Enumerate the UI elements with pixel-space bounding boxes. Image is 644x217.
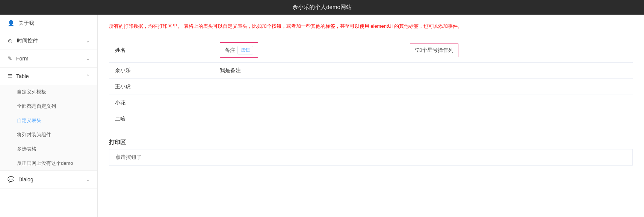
print-title: 打印区 — [109, 135, 633, 149]
sidebar-sub-item-multi-select[interactable]: 多选表格 — [0, 142, 97, 156]
time-icon: ⏲ — [8, 38, 13, 44]
form-chevron-icon: ⌄ — [86, 56, 90, 61]
sidebar-item-about-label: 关于我 — [18, 20, 90, 27]
time-chevron-icon: ⌄ — [86, 38, 90, 44]
cell-xing — [404, 63, 633, 79]
sidebar-item-form-label: Form — [16, 56, 86, 62]
page-header: 余小乐的个人demo网站 — [0, 0, 644, 15]
about-icon: 👤 — [8, 20, 15, 27]
sidebar-item-form[interactable]: ✎ Form ⌄ — [0, 50, 97, 67]
cell-beizhu — [214, 79, 404, 95]
cell-name: 小花 — [109, 95, 214, 111]
table-submenu: 自定义列模板 全部都是自定义列 自定义表头 将列封装为组件 多选表格 反正官网上… — [0, 85, 97, 170]
table-row: 小花 — [109, 95, 633, 111]
print-content: 点击按钮了 — [109, 149, 633, 166]
custom-header-table: 姓名 备注 按钮 *加个星号操作列 余小乐我 — [109, 38, 633, 127]
table-chevron-icon: ⌃ — [86, 74, 90, 79]
cell-xing — [404, 111, 633, 127]
dialog-chevron-icon: ⌄ — [86, 177, 90, 182]
dialog-icon: 💬 — [8, 176, 15, 183]
sidebar-sub-item-no-demo[interactable]: 反正官网上没有这个demo — [0, 156, 97, 170]
sidebar-item-dialog[interactable]: 💬 Dialog ⌄ — [0, 171, 97, 188]
col-header-xing: *加个星号操作列 — [404, 38, 633, 63]
xing-header-wrap: *加个星号操作列 — [410, 44, 458, 57]
table-row: 余小乐我是备注 — [109, 63, 633, 79]
cell-xing — [404, 79, 633, 95]
cell-name: 余小乐 — [109, 63, 214, 79]
col-header-name: 姓名 — [109, 38, 214, 63]
sidebar-item-about[interactable]: 👤 关于我 — [0, 15, 97, 32]
sidebar-item-table-label: Table — [16, 73, 86, 79]
sidebar: 👤 关于我 ⏲ 时间控件 ⌄ ✎ Form ⌄ ☰ Table — [0, 15, 98, 217]
cell-name: 二哈 — [109, 111, 214, 127]
sidebar-sub-item-custom-col-template[interactable]: 自定义列模板 — [0, 85, 97, 99]
sidebar-sub-item-col-as-component[interactable]: 将列封装为组件 — [0, 128, 97, 142]
main-content: 所有的打印数据，均在打印区里。 表格上的表头可以自定义表头，比如加个按钮，或者加… — [98, 15, 644, 217]
col-header-beizhu: 备注 按钮 — [214, 38, 404, 63]
cell-beizhu — [214, 95, 404, 111]
xing-label: *加个星号操作列 — [415, 47, 454, 54]
sidebar-sub-item-all-custom-col[interactable]: 全部都是自定义列 — [0, 99, 97, 113]
sidebar-item-dialog-label: Dialog — [18, 176, 86, 182]
sidebar-item-table[interactable]: ☰ Table ⌃ — [0, 68, 97, 85]
sidebar-sub-item-custom-header[interactable]: 自定义表头 — [0, 113, 97, 128]
cell-beizhu — [214, 111, 404, 127]
beizhu-header-button[interactable]: 按钮 — [237, 46, 253, 54]
beizhu-label: 备注 — [225, 47, 235, 54]
cell-name: 王小虎 — [109, 79, 214, 95]
table-row: 王小虎 — [109, 79, 633, 95]
form-icon: ✎ — [8, 55, 12, 62]
page-title: 余小乐的个人demo网站 — [292, 4, 352, 10]
notice-text: 所有的打印数据，均在打印区里。 表格上的表头可以自定义表头，比如加个按钮，或者加… — [109, 22, 633, 30]
print-section: 打印区 点击按钮了 — [109, 135, 633, 166]
table-icon: ☰ — [8, 73, 12, 80]
sidebar-item-time[interactable]: ⏲ 时间控件 ⌄ — [0, 32, 97, 50]
cell-beizhu: 我是备注 — [214, 63, 404, 79]
sidebar-item-time-label: 时间控件 — [17, 38, 86, 44]
beizhu-header-wrap: 备注 按钮 — [220, 42, 258, 58]
cell-xing — [404, 95, 633, 111]
table-row: 二哈 — [109, 111, 633, 127]
